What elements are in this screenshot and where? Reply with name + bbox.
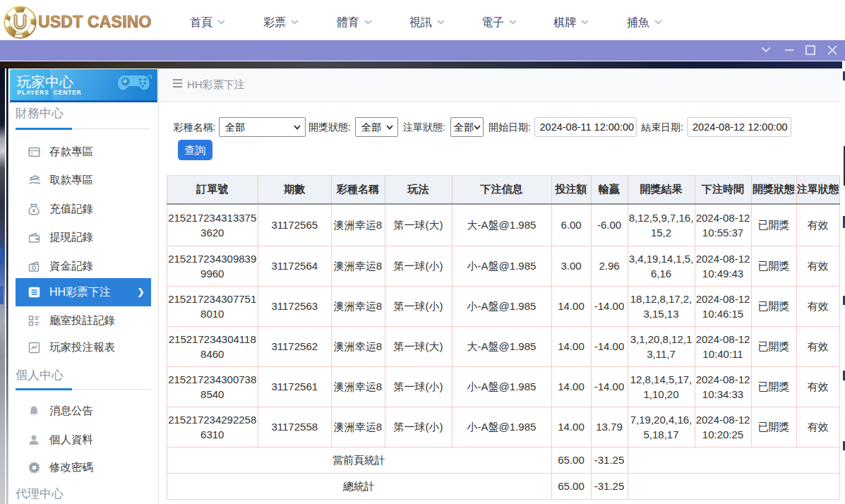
svg-text:Casino: Casino [13, 32, 27, 36]
